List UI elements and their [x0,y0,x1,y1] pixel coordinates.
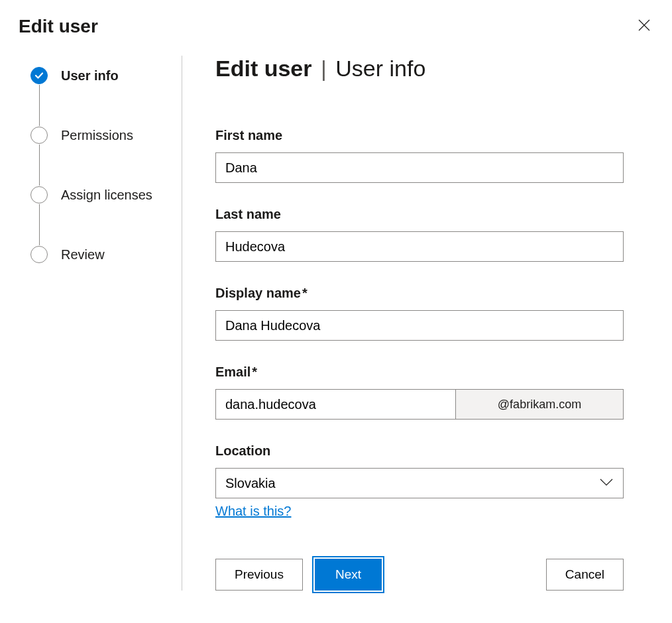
wizard-steps: User infoPermissionsAssign licensesRevie… [0,56,182,591]
required-marker: * [252,365,257,379]
step-connector [39,85,40,126]
heading-secondary: User info [335,56,425,81]
dialog-title: Edit user [19,16,98,37]
step-label: Assign licenses [61,188,152,203]
step-connector [39,204,40,245]
page-heading: Edit user | User info [215,56,639,82]
required-marker: * [302,286,308,300]
first-name-label: First name [215,128,639,143]
heading-primary: Edit user [215,56,311,81]
step-label: Permissions [61,128,133,143]
email-local-input[interactable] [215,389,455,420]
step-label: User info [61,68,119,84]
display-name-label: Display name* [215,286,639,301]
previous-button[interactable]: Previous [215,559,303,591]
heading-divider: | [321,56,327,81]
next-button[interactable]: Next [315,559,382,591]
display-name-input[interactable] [215,310,624,341]
step-circle-icon [30,186,48,203]
wizard-step[interactable]: User info [30,66,182,85]
email-domain-display: @fabrikam.com [455,389,624,420]
location-label: Location [215,443,639,459]
step-circle-icon [30,127,48,144]
location-help-link[interactable]: What is this? [215,504,291,519]
email-label: Email* [215,365,639,380]
close-button[interactable] [635,16,653,36]
first-name-input[interactable] [215,152,624,183]
last-name-input[interactable] [215,231,624,262]
last-name-label: Last name [215,207,639,222]
cancel-button[interactable]: Cancel [546,559,624,591]
step-circle-icon [30,246,48,263]
step-connector [39,144,40,186]
step-complete-icon [30,67,48,84]
location-select[interactable]: Slovakia [215,468,624,498]
step-label: Review [61,247,105,262]
wizard-step[interactable]: Assign licenses [30,186,182,204]
wizard-step[interactable]: Review [30,245,182,264]
close-icon [638,19,651,34]
wizard-step[interactable]: Permissions [30,126,182,144]
